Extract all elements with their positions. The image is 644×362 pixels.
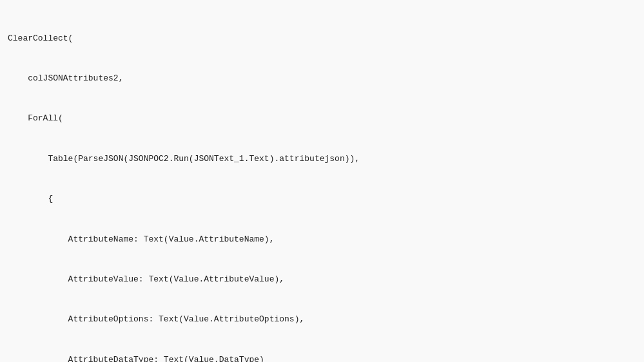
code-line-1: ClearCollect( — [8, 32, 636, 46]
code-line-6: AttributeName: Text(Value.AttributeName)… — [8, 233, 636, 247]
code-line-9: AttributeDataType: Text(Value.DataType) — [8, 354, 636, 362]
code-editor[interactable]: ClearCollect( colJSONAttributes2, ForAll… — [0, 0, 644, 362]
code-line-7: AttributeValue: Text(Value.AttributeValu… — [8, 273, 636, 287]
code-line-2: colJSONAttributes2, — [8, 72, 636, 86]
code-line-3: ForAll( — [8, 112, 636, 126]
code-line-5: { — [8, 193, 636, 206]
code-line-4: Table(ParseJSON(JSONPOC2.Run(JSONText_1.… — [8, 153, 636, 166]
code-line-8: AttributeOptions: Text(Value.AttributeOp… — [8, 313, 636, 327]
